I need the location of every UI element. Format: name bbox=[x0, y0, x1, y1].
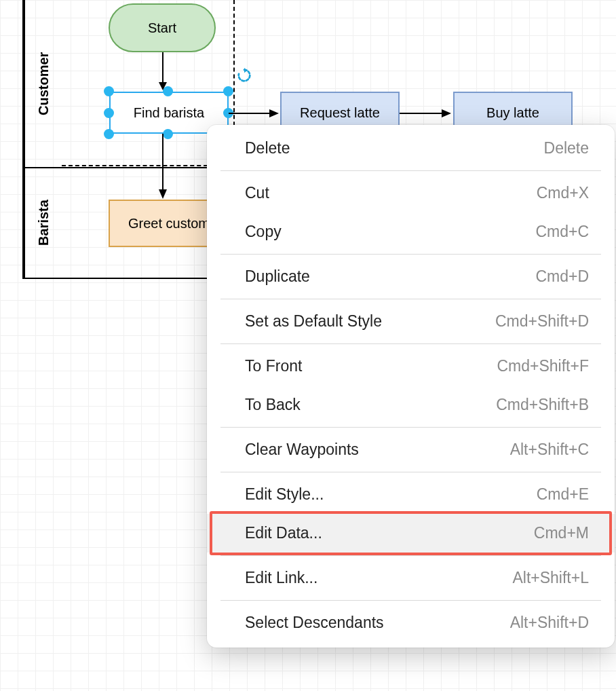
menu-item-shortcut: Cmd+Shift+D bbox=[495, 312, 589, 331]
menu-item-shortcut: Cmd+D bbox=[535, 267, 589, 286]
menu-item-set-as-default-style[interactable]: Set as Default StyleCmd+Shift+D bbox=[207, 302, 615, 341]
menu-item-shortcut: Alt+Shift+L bbox=[512, 569, 589, 587]
menu-item-label: Copy bbox=[245, 223, 282, 241]
edge-start-to-find[interactable] bbox=[157, 52, 171, 93]
menu-item-label: Clear Waypoints bbox=[245, 441, 359, 459]
menu-item-label: Duplicate bbox=[245, 267, 310, 286]
svg-marker-1 bbox=[159, 82, 167, 90]
menu-item-to-front[interactable]: To FrontCmd+Shift+F bbox=[207, 347, 615, 386]
menu-separator bbox=[220, 343, 601, 344]
menu-item-label: To Front bbox=[245, 357, 302, 375]
menu-item-label: Select Descendants bbox=[245, 614, 384, 632]
menu-item-shortcut: Alt+Shift+C bbox=[510, 441, 589, 459]
menu-item-edit-data[interactable]: Edit Data...Cmd+M bbox=[207, 514, 615, 553]
node-request-latte-label: Request latte bbox=[300, 105, 380, 121]
selection-handle[interactable] bbox=[104, 86, 114, 96]
context-menu: DeleteDeleteCutCmd+XCopyCmd+CDuplicateCm… bbox=[207, 125, 615, 648]
menu-item-label: Edit Link... bbox=[245, 569, 317, 587]
menu-item-shortcut: Cmd+Shift+F bbox=[497, 357, 590, 375]
menu-item-duplicate[interactable]: DuplicateCmd+D bbox=[207, 257, 615, 296]
menu-separator bbox=[220, 254, 601, 255]
menu-item-delete[interactable]: DeleteDelete bbox=[207, 129, 615, 168]
menu-item-shortcut: Cmd+Shift+B bbox=[496, 396, 589, 414]
node-start[interactable]: Start bbox=[109, 3, 216, 52]
menu-separator bbox=[220, 170, 601, 171]
menu-separator bbox=[220, 472, 601, 472]
node-buy-latte-label: Buy latte bbox=[486, 105, 539, 121]
menu-item-select-descendants[interactable]: Select DescendantsAlt+Shift+D bbox=[207, 603, 615, 642]
rotate-icon[interactable] bbox=[237, 68, 252, 83]
menu-item-label: Set as Default Style bbox=[245, 312, 382, 331]
menu-item-label: Edit Style... bbox=[245, 485, 324, 504]
edge-find-to-request[interactable] bbox=[229, 107, 283, 120]
menu-item-edit-link[interactable]: Edit Link...Alt+Shift+L bbox=[207, 559, 615, 597]
menu-separator bbox=[220, 427, 601, 428]
edge-request-to-buy[interactable] bbox=[400, 107, 455, 120]
menu-item-cut[interactable]: CutCmd+X bbox=[207, 174, 615, 212]
svg-marker-7 bbox=[442, 109, 451, 117]
menu-item-shortcut: Cmd+X bbox=[537, 184, 589, 202]
menu-item-label: Cut bbox=[245, 184, 269, 202]
menu-item-shortcut: Cmd+C bbox=[535, 223, 589, 241]
edge-find-to-greet[interactable] bbox=[157, 134, 171, 202]
selection-handle[interactable] bbox=[223, 86, 233, 96]
menu-item-label: To Back bbox=[245, 396, 301, 414]
selection-handle[interactable] bbox=[104, 108, 114, 118]
menu-item-shortcut: Cmd+E bbox=[537, 485, 589, 504]
menu-separator bbox=[220, 299, 601, 299]
svg-marker-3 bbox=[159, 189, 167, 199]
menu-item-copy[interactable]: CopyCmd+C bbox=[207, 212, 615, 251]
menu-item-shortcut: Delete bbox=[544, 139, 589, 157]
svg-marker-5 bbox=[269, 109, 279, 117]
node-greet-customer-label: Greet custom bbox=[128, 216, 210, 231]
node-find-barista-label: Find barista bbox=[134, 105, 205, 121]
menu-item-label: Edit Data... bbox=[245, 524, 322, 542]
menu-item-clear-waypoints[interactable]: Clear WaypointsAlt+Shift+C bbox=[207, 430, 615, 469]
menu-item-label: Delete bbox=[245, 139, 290, 157]
node-start-label: Start bbox=[148, 20, 176, 36]
menu-item-edit-style[interactable]: Edit Style...Cmd+E bbox=[207, 475, 615, 514]
menu-separator bbox=[220, 555, 601, 556]
menu-separator bbox=[220, 600, 601, 601]
lane-customer-title: Customer bbox=[24, 0, 62, 167]
menu-item-shortcut: Cmd+M bbox=[534, 524, 589, 542]
lane-barista-title: Barista bbox=[24, 168, 62, 278]
selection-handle[interactable] bbox=[104, 129, 114, 139]
menu-item-shortcut: Alt+Shift+D bbox=[510, 614, 589, 632]
menu-item-to-back[interactable]: To BackCmd+Shift+B bbox=[207, 386, 615, 424]
